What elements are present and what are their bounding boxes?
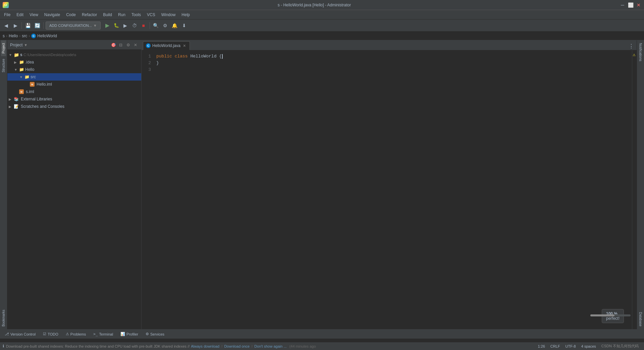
tree-item-siml[interactable]: ▶ M s.iml [7, 88, 141, 95]
status-line-ending[interactable]: CRLF [550, 344, 560, 348]
app-logo: IJ [3, 2, 9, 8]
chevron-idea: ▶ [14, 60, 18, 64]
dont-show-link[interactable]: Don't show again ... [254, 344, 286, 348]
run-button[interactable]: ▶ [103, 21, 111, 30]
project-panel-header: Project ▼ 🎯 ⊟ ⚙ ✕ [7, 40, 141, 50]
tab-problems[interactable]: ⚠ Problems [62, 330, 89, 338]
menu-tools[interactable]: Tools [129, 12, 144, 18]
breadcrumb-hello[interactable]: Hello [9, 34, 18, 38]
project-settings-button[interactable]: ⚙ [125, 42, 131, 48]
status-encoding[interactable]: UTF-8 [566, 344, 576, 348]
java-file-icon: C [31, 34, 36, 38]
update-button[interactable]: ⬇ [180, 21, 188, 30]
search-everywhere-button[interactable]: 🔍 [152, 21, 160, 30]
menu-help[interactable]: Help [179, 12, 193, 18]
profile-button[interactable]: ⏱ [130, 21, 139, 30]
tab-services[interactable]: ⚙ Services [142, 330, 168, 338]
editor-horizontal-scrollbar[interactable] [590, 314, 631, 316]
collapse-all-button[interactable]: ⊟ [118, 42, 124, 48]
editor-tabs-more-button[interactable]: ⋮ [627, 42, 635, 50]
menu-file[interactable]: File [1, 12, 13, 18]
breadcrumb-helloworld[interactable]: C HelloWorld [31, 34, 57, 38]
settings-button[interactable]: ⚙ [161, 21, 169, 30]
menu-window[interactable]: Window [159, 12, 178, 18]
tree-item-root[interactable]: ▼ 📁 s C:\Users\lenovo\Desktop\code\s [7, 51, 141, 58]
tree-item-scratches[interactable]: ▶ 📝 Scratches and Consoles [7, 103, 141, 110]
menu-vcs[interactable]: VCS [144, 12, 158, 18]
run-with-coverage-button[interactable]: ▶ [121, 21, 129, 30]
breadcrumb-s[interactable]: s [3, 34, 5, 38]
tab-todo[interactable]: ☑ TODO [40, 330, 62, 338]
sync-button[interactable]: 🔄 [33, 21, 41, 30]
bottom-notification-bar: ℹ Download pre-built shared indexes: Red… [0, 342, 644, 350]
status-position[interactable]: 1:26 [538, 344, 545, 348]
tree-item-src[interactable]: ▼ 📁 src [7, 73, 141, 81]
chevron-src: ▼ [19, 75, 23, 79]
tab-java-icon: C [146, 43, 151, 48]
editor-gutter: ⚠ [632, 50, 637, 329]
tab-helloworld-label: HelloWorld.java [152, 43, 180, 48]
add-configuration-button[interactable]: ADD CONFIGURATION... ▼ [46, 21, 101, 30]
menu-build[interactable]: Build [100, 12, 115, 18]
menu-bar: File Edit View Navigate Code Refactor Bu… [0, 10, 644, 19]
main-area: Project Structure Bookmarks Project ▼ 🎯 … [0, 40, 644, 329]
menu-edit[interactable]: Edit [14, 12, 26, 18]
tab-close-button[interactable]: × [182, 43, 187, 48]
code-editor[interactable]: 1 2 3 public class HelloWorld { } [142, 50, 637, 329]
menu-refactor[interactable]: Refactor [79, 12, 100, 18]
close-button[interactable]: ✕ [636, 2, 641, 8]
breadcrumb-sep-3: › [29, 34, 30, 38]
tab-profiler[interactable]: 📊 Profiler [117, 330, 142, 338]
todo-icon: ☑ [43, 332, 46, 336]
tab-helloworld-java[interactable]: C HelloWorld.java × [143, 41, 190, 50]
helloiml-file-icon: M [30, 82, 35, 87]
locate-file-button[interactable]: 🎯 [110, 42, 116, 48]
project-panel-toggle[interactable]: Project [1, 40, 6, 56]
tree-item-helloiml[interactable]: ▶ M Hello.iml [7, 81, 141, 88]
forward-button[interactable]: ▶ [11, 21, 19, 30]
close-project-panel-button[interactable]: ✕ [132, 42, 139, 48]
breadcrumb-src[interactable]: src [22, 34, 27, 38]
root-folder-icon: 📁 [14, 52, 19, 57]
services-icon: ⚙ [146, 332, 149, 336]
tab-terminal[interactable]: >_ Terminal [90, 330, 116, 338]
tree-item-extlibs[interactable]: ▶ 📚 External Libraries [7, 95, 141, 103]
space-1 [172, 53, 175, 60]
scratches-icon: 📝 [14, 104, 19, 109]
debug-button[interactable]: 🐛 [112, 21, 120, 30]
breadcrumb-sep-2: › [19, 34, 20, 38]
editor-tabs: C HelloWorld.java × ⋮ [142, 40, 637, 50]
tab-version-control[interactable]: ⎇ Version Control [1, 330, 39, 338]
text-cursor [222, 54, 223, 59]
project-dropdown-icon[interactable]: ▼ [24, 43, 28, 47]
space-2 [188, 53, 191, 60]
notifications-panel-toggle[interactable]: Notifications [638, 40, 643, 64]
siml-file-icon: M [19, 89, 24, 94]
bookmarks-panel-toggle[interactable]: Bookmarks [1, 307, 6, 329]
download-once-link[interactable]: Download once [224, 344, 250, 348]
tree-item-idea[interactable]: ▶ 📁 .idea [7, 58, 141, 66]
tree-item-hello[interactable]: ▼ 📁 Hello [7, 66, 141, 73]
notification-sep-2: // [251, 344, 253, 348]
maximize-button[interactable]: ⬜ [628, 2, 633, 8]
menu-view[interactable]: View [27, 12, 41, 18]
notification-time: (44 minutes ago [289, 344, 316, 348]
menu-run[interactable]: Run [115, 12, 128, 18]
structure-panel-toggle[interactable]: Structure [1, 56, 6, 75]
keyword-public: public [156, 53, 172, 60]
status-indent[interactable]: 4 spaces [581, 344, 596, 348]
database-panel-toggle[interactable]: Database [638, 309, 643, 329]
always-download-link[interactable]: Always download [191, 344, 219, 348]
code-content[interactable]: public class HelloWorld { } [154, 50, 632, 329]
minimize-button[interactable]: ─ [620, 2, 625, 8]
notification-button[interactable]: 🔔 [171, 21, 179, 30]
tree-scratches-label: Scratches and Consoles [21, 104, 64, 109]
problems-label: Problems [70, 332, 86, 336]
stop-button[interactable]: ■ [140, 21, 148, 30]
back-button[interactable]: ◀ [2, 21, 10, 30]
problems-icon: ⚠ [66, 332, 69, 336]
menu-navigate[interactable]: Navigate [42, 12, 63, 18]
menu-code[interactable]: Code [63, 12, 78, 18]
open-brace: { [219, 53, 222, 60]
save-all-button[interactable]: 💾 [24, 21, 32, 30]
